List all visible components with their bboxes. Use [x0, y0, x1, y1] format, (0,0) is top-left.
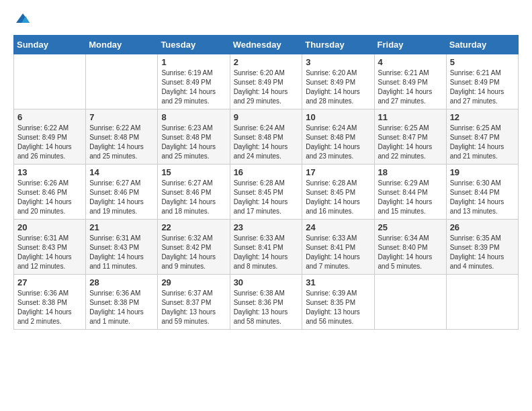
weekday-header-saturday: Saturday	[446, 36, 518, 54]
day-number: 20	[17, 222, 82, 232]
day-info: Sunrise: 6:27 AM Sunset: 8:46 PM Dayligh…	[89, 179, 154, 216]
day-number: 2	[234, 57, 299, 67]
calendar-cell: 1Sunrise: 6:19 AM Sunset: 8:49 PM Daylig…	[158, 54, 230, 109]
weekday-header-monday: Monday	[86, 36, 158, 54]
day-info: Sunrise: 6:21 AM Sunset: 8:49 PM Dayligh…	[378, 68, 443, 106]
day-number: 15	[161, 167, 226, 177]
weekday-header-row: SundayMondayTuesdayWednesdayThursdayFrid…	[14, 36, 519, 54]
calendar-cell: 7Sunrise: 6:22 AM Sunset: 8:48 PM Daylig…	[86, 109, 158, 165]
week-row-4: 20Sunrise: 6:31 AM Sunset: 8:43 PM Dayli…	[14, 220, 519, 275]
week-row-2: 6Sunrise: 6:22 AM Sunset: 8:49 PM Daylig…	[14, 109, 519, 165]
day-info: Sunrise: 6:39 AM Sunset: 8:35 PM Dayligh…	[306, 289, 370, 326]
day-info: Sunrise: 6:24 AM Sunset: 8:48 PM Dayligh…	[234, 124, 299, 161]
day-number: 6	[17, 112, 82, 122]
calendar-cell: 25Sunrise: 6:34 AM Sunset: 8:40 PM Dayli…	[374, 220, 446, 275]
calendar: SundayMondayTuesdayWednesdayThursdayFrid…	[13, 35, 519, 330]
day-number: 28	[89, 277, 154, 287]
day-number: 17	[306, 167, 370, 177]
calendar-cell: 13Sunrise: 6:26 AM Sunset: 8:46 PM Dayli…	[14, 165, 86, 220]
day-info: Sunrise: 6:25 AM Sunset: 8:47 PM Dayligh…	[378, 124, 443, 161]
day-number: 7	[89, 112, 154, 122]
week-row-1: 1Sunrise: 6:19 AM Sunset: 8:49 PM Daylig…	[14, 54, 519, 109]
day-info: Sunrise: 6:31 AM Sunset: 8:43 PM Dayligh…	[89, 234, 154, 271]
calendar-cell: 22Sunrise: 6:32 AM Sunset: 8:42 PM Dayli…	[158, 220, 230, 275]
day-info: Sunrise: 6:37 AM Sunset: 8:37 PM Dayligh…	[161, 289, 226, 326]
day-number: 31	[306, 277, 370, 287]
calendar-cell: 6Sunrise: 6:22 AM Sunset: 8:49 PM Daylig…	[14, 109, 86, 165]
day-number: 3	[306, 57, 370, 67]
day-number: 21	[89, 222, 154, 232]
day-info: Sunrise: 6:20 AM Sunset: 8:49 PM Dayligh…	[234, 68, 299, 106]
day-number: 10	[306, 112, 370, 122]
day-info: Sunrise: 6:19 AM Sunset: 8:49 PM Dayligh…	[161, 68, 226, 106]
day-info: Sunrise: 6:36 AM Sunset: 8:38 PM Dayligh…	[89, 289, 154, 326]
calendar-cell: 21Sunrise: 6:31 AM Sunset: 8:43 PM Dayli…	[86, 220, 158, 275]
weekday-header-sunday: Sunday	[14, 36, 86, 54]
calendar-cell: 30Sunrise: 6:38 AM Sunset: 8:36 PM Dayli…	[230, 275, 302, 330]
day-number: 24	[306, 222, 370, 232]
calendar-cell: 3Sunrise: 6:20 AM Sunset: 8:49 PM Daylig…	[302, 54, 374, 109]
day-info: Sunrise: 6:21 AM Sunset: 8:49 PM Dayligh…	[450, 68, 515, 106]
day-info: Sunrise: 6:31 AM Sunset: 8:43 PM Dayligh…	[17, 234, 82, 271]
week-row-5: 27Sunrise: 6:36 AM Sunset: 8:38 PM Dayli…	[14, 275, 519, 330]
calendar-cell: 23Sunrise: 6:33 AM Sunset: 8:41 PM Dayli…	[230, 220, 302, 275]
weekday-header-friday: Friday	[374, 36, 446, 54]
calendar-cell	[446, 275, 518, 330]
day-number: 23	[234, 222, 299, 232]
calendar-cell: 5Sunrise: 6:21 AM Sunset: 8:49 PM Daylig…	[446, 54, 518, 109]
day-number: 19	[450, 167, 515, 177]
calendar-cell: 24Sunrise: 6:33 AM Sunset: 8:41 PM Dayli…	[302, 220, 374, 275]
day-number: 5	[450, 57, 515, 67]
weekday-header-tuesday: Tuesday	[158, 36, 230, 54]
day-info: Sunrise: 6:22 AM Sunset: 8:48 PM Dayligh…	[89, 124, 154, 161]
day-number: 8	[161, 112, 226, 122]
calendar-cell: 12Sunrise: 6:25 AM Sunset: 8:47 PM Dayli…	[446, 109, 518, 165]
calendar-cell: 28Sunrise: 6:36 AM Sunset: 8:38 PM Dayli…	[86, 275, 158, 330]
day-info: Sunrise: 6:25 AM Sunset: 8:47 PM Dayligh…	[450, 124, 515, 161]
calendar-cell: 10Sunrise: 6:24 AM Sunset: 8:48 PM Dayli…	[302, 109, 374, 165]
day-info: Sunrise: 6:26 AM Sunset: 8:46 PM Dayligh…	[17, 179, 82, 216]
day-info: Sunrise: 6:29 AM Sunset: 8:44 PM Dayligh…	[378, 179, 443, 216]
day-info: Sunrise: 6:36 AM Sunset: 8:38 PM Dayligh…	[17, 289, 82, 326]
week-row-3: 13Sunrise: 6:26 AM Sunset: 8:46 PM Dayli…	[14, 165, 519, 220]
calendar-cell: 29Sunrise: 6:37 AM Sunset: 8:37 PM Dayli…	[158, 275, 230, 330]
calendar-cell: 15Sunrise: 6:27 AM Sunset: 8:46 PM Dayli…	[158, 165, 230, 220]
day-number: 22	[161, 222, 226, 232]
day-number: 18	[378, 167, 443, 177]
calendar-cell: 16Sunrise: 6:28 AM Sunset: 8:45 PM Dayli…	[230, 165, 302, 220]
day-number: 9	[234, 112, 299, 122]
day-number: 16	[234, 167, 299, 177]
day-info: Sunrise: 6:20 AM Sunset: 8:49 PM Dayligh…	[306, 68, 370, 106]
day-info: Sunrise: 6:33 AM Sunset: 8:41 PM Dayligh…	[234, 234, 299, 271]
logo-icon	[15, 11, 31, 27]
calendar-cell: 11Sunrise: 6:25 AM Sunset: 8:47 PM Dayli…	[374, 109, 446, 165]
calendar-cell	[374, 275, 446, 330]
logo	[13, 11, 31, 27]
calendar-cell: 2Sunrise: 6:20 AM Sunset: 8:49 PM Daylig…	[230, 54, 302, 109]
day-info: Sunrise: 6:33 AM Sunset: 8:41 PM Dayligh…	[306, 234, 370, 271]
day-info: Sunrise: 6:28 AM Sunset: 8:45 PM Dayligh…	[234, 179, 299, 216]
calendar-cell: 4Sunrise: 6:21 AM Sunset: 8:49 PM Daylig…	[374, 54, 446, 109]
day-info: Sunrise: 6:32 AM Sunset: 8:42 PM Dayligh…	[161, 234, 226, 271]
calendar-cell: 17Sunrise: 6:28 AM Sunset: 8:45 PM Dayli…	[302, 165, 374, 220]
calendar-cell: 31Sunrise: 6:39 AM Sunset: 8:35 PM Dayli…	[302, 275, 374, 330]
day-info: Sunrise: 6:34 AM Sunset: 8:40 PM Dayligh…	[378, 234, 443, 271]
calendar-cell: 27Sunrise: 6:36 AM Sunset: 8:38 PM Dayli…	[14, 275, 86, 330]
page: SundayMondayTuesdayWednesdayThursdayFrid…	[0, 0, 532, 336]
day-info: Sunrise: 6:35 AM Sunset: 8:39 PM Dayligh…	[450, 234, 515, 271]
day-info: Sunrise: 6:38 AM Sunset: 8:36 PM Dayligh…	[234, 289, 299, 326]
day-number: 1	[161, 57, 226, 67]
calendar-cell: 26Sunrise: 6:35 AM Sunset: 8:39 PM Dayli…	[446, 220, 518, 275]
day-number: 25	[378, 222, 443, 232]
day-number: 30	[234, 277, 299, 287]
calendar-cell: 20Sunrise: 6:31 AM Sunset: 8:43 PM Dayli…	[14, 220, 86, 275]
calendar-cell	[86, 54, 158, 109]
weekday-header-thursday: Thursday	[302, 36, 374, 54]
calendar-cell: 19Sunrise: 6:30 AM Sunset: 8:44 PM Dayli…	[446, 165, 518, 220]
day-number: 4	[378, 57, 443, 67]
day-number: 27	[17, 277, 82, 287]
day-info: Sunrise: 6:28 AM Sunset: 8:45 PM Dayligh…	[306, 179, 370, 216]
calendar-cell: 14Sunrise: 6:27 AM Sunset: 8:46 PM Dayli…	[86, 165, 158, 220]
day-number: 13	[17, 167, 82, 177]
calendar-cell: 8Sunrise: 6:23 AM Sunset: 8:48 PM Daylig…	[158, 109, 230, 165]
